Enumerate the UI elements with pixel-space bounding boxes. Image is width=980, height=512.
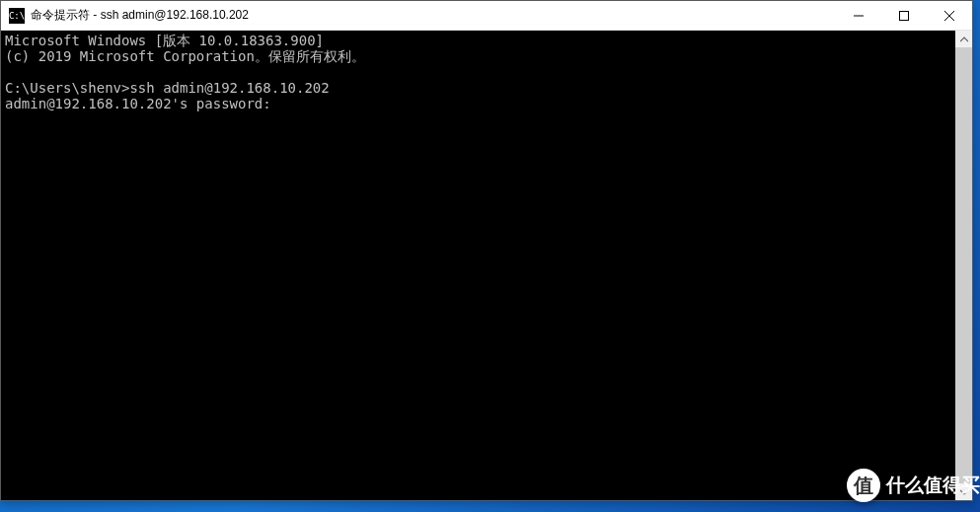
minimize-button[interactable] <box>836 1 881 30</box>
chevron-up-icon <box>960 36 968 43</box>
cmd-window: C:\ 命令提示符 - ssh admin@192.168.10.202 Mic… <box>0 0 973 501</box>
terminal-line: C:\Users\shenv>ssh admin@192.168.10.202 <box>5 80 330 96</box>
watermark: 值 什么值得买 <box>847 469 980 502</box>
vertical-scrollbar[interactable] <box>955 31 972 500</box>
close-button[interactable] <box>927 1 972 30</box>
close-icon <box>944 11 954 21</box>
maximize-icon <box>899 11 909 21</box>
scroll-thumb[interactable] <box>955 47 972 483</box>
maximize-button[interactable] <box>881 1 927 30</box>
scroll-up-button[interactable] <box>955 31 972 47</box>
terminal-content: Microsoft Windows [版本 10.0.18363.900] (c… <box>1 31 972 113</box>
minimize-icon <box>854 11 864 21</box>
svg-rect-1 <box>900 11 909 20</box>
titlebar[interactable]: C:\ 命令提示符 - ssh admin@192.168.10.202 <box>1 1 972 31</box>
terminal-line: (c) 2019 Microsoft Corporation。保留所有权利。 <box>5 48 365 64</box>
terminal-line: Microsoft Windows [版本 10.0.18363.900] <box>5 33 324 48</box>
terminal-line: admin@192.168.10.202's password: <box>5 96 271 111</box>
window-controls <box>836 1 972 30</box>
terminal-body[interactable]: Microsoft Windows [版本 10.0.18363.900] (c… <box>1 31 972 500</box>
cmd-icon: C:\ <box>9 8 25 24</box>
window-title: 命令提示符 - ssh admin@192.168.10.202 <box>31 7 836 24</box>
watermark-text: 什么值得买 <box>886 473 980 498</box>
watermark-badge-icon: 值 <box>847 469 880 502</box>
scroll-track[interactable] <box>955 47 972 483</box>
